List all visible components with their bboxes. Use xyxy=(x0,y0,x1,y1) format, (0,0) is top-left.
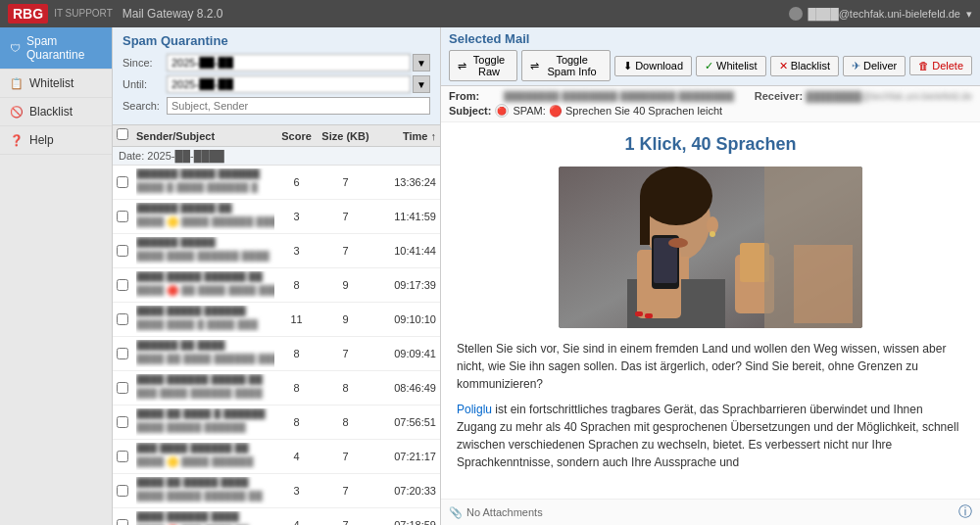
row-size: 8 xyxy=(318,416,372,428)
right-panel-header: Selected Mail ⇌ Toggle Raw ⇌ Toggle Spam… xyxy=(441,27,980,86)
table-row[interactable]: ████ █████ ██████ ██████ 🔴 ██ ████ ████ … xyxy=(113,268,440,303)
toggle-raw-button[interactable]: ⇌ Toggle Raw xyxy=(449,50,517,81)
since-input[interactable] xyxy=(167,54,411,72)
mail-headline: 1 Klick, 40 Sprachen xyxy=(457,134,964,155)
top-bar: RBG IT SUPPORT Mail Gateway 8.2.0 ████@t… xyxy=(0,0,980,27)
toggle-raw-icon: ⇌ xyxy=(458,60,466,72)
top-bar-right: ████@techfak.uni-bielefeld.de ▾ xyxy=(789,7,972,21)
paperclip-icon: 📎 xyxy=(449,506,463,519)
row-time: 08:46:49 xyxy=(372,382,436,394)
sidebar-item-help[interactable]: ❓ Help xyxy=(0,126,112,155)
toggle-spam-info-label: Toggle Spam Info xyxy=(542,54,602,77)
mail-footer: 📎 No Attachments ⓘ xyxy=(441,499,980,525)
mail-body-link[interactable]: Poliglu xyxy=(457,403,492,416)
until-input[interactable] xyxy=(167,75,411,93)
sidebar-item-whitelist[interactable]: 📋 Whitelist xyxy=(0,70,112,98)
row-checkbox[interactable] xyxy=(117,245,128,257)
help-icon: ❓ xyxy=(10,134,24,147)
row-checkbox[interactable] xyxy=(117,279,128,291)
dropdown-arrow-icon[interactable]: ▾ xyxy=(966,8,972,21)
blacklist-button[interactable]: ✕ Blacklist xyxy=(770,56,839,76)
header-sender: Sender/Subject xyxy=(136,130,274,142)
row-checkbox[interactable] xyxy=(117,382,128,394)
row-score: 8 xyxy=(274,348,318,359)
row-score: 3 xyxy=(274,211,318,222)
right-panel: Selected Mail ⇌ Toggle Raw ⇌ Toggle Spam… xyxy=(441,27,980,525)
row-score: 3 xyxy=(274,245,318,257)
sender-text: ████ ██████ █████ ██ xyxy=(136,374,263,385)
row-score: 3 xyxy=(274,485,318,497)
download-icon: ⬇ xyxy=(623,60,632,72)
row-score: 4 xyxy=(274,451,318,462)
footer-info-icon[interactable]: ⓘ xyxy=(958,503,972,521)
select-all-checkbox[interactable] xyxy=(117,128,128,140)
sidebar-item-spam-quarantine[interactable]: 🛡 Spam Quarantine xyxy=(0,27,112,70)
deliver-label: Deliver xyxy=(863,60,897,72)
subject-label: Subject: xyxy=(449,105,491,117)
table-row[interactable]: ███ ████ ██████ ██████ 🟡 ████ ██████ 4 7… xyxy=(113,440,440,474)
no-attachments: 📎 No Attachments xyxy=(449,506,543,519)
table-row[interactable]: ██████ █████████ ████ ██████ ████ 3 7 10… xyxy=(113,234,440,268)
subject-text: ████ █ ████ ██████ █ xyxy=(136,182,258,193)
sender-text: ██████ ██ ████ xyxy=(136,340,225,351)
delete-button[interactable]: 🗑 Delete xyxy=(909,56,972,75)
from-label: From: xyxy=(449,90,479,102)
svg-rect-18 xyxy=(794,245,853,323)
download-button[interactable]: ⬇ Download xyxy=(614,56,692,76)
row-time: 07:18:59 xyxy=(372,519,436,525)
table-row[interactable]: ████ ██████ ████████ 🔴 ███ ████ ██ 4 7 0… xyxy=(113,508,440,525)
table-row[interactable]: ████ █████ ██████████ ████ █ ████ ███ 11… xyxy=(113,303,440,337)
sidebar-item-label: Spam Quarantine xyxy=(26,34,102,62)
subject-text: ████ ████ █ ████ ███ xyxy=(136,319,258,330)
row-checkbox[interactable] xyxy=(117,519,128,525)
mail-image xyxy=(559,167,862,328)
table-row[interactable]: ████ ██████ █████ █████ ████ ██████ ████… xyxy=(113,371,440,406)
row-checkbox[interactable] xyxy=(117,313,128,325)
mail-body-text-1: Stellen Sie sich vor, Sie sind in einem … xyxy=(457,340,964,393)
until-calendar-btn[interactable]: ▼ xyxy=(413,75,430,93)
row-size: 7 xyxy=(318,176,372,188)
table-row[interactable]: ████ ██ ████ █ ██████████ █████ ██████ 8… xyxy=(113,406,440,440)
table-row[interactable]: ████ ██ █████ ████████ █████ ██████ ██ 3… xyxy=(113,474,440,508)
row-checkbox[interactable] xyxy=(117,211,128,222)
sidebar-item-label: Whitelist xyxy=(29,76,74,90)
svg-rect-15 xyxy=(635,311,643,316)
subject-text: ████ █████ ██████ ██ xyxy=(136,491,263,501)
row-size: 9 xyxy=(318,279,372,291)
table-row[interactable]: ██████ █████ ██████████ █ ████ ██████ █ … xyxy=(113,166,440,200)
blacklist-icon: 🚫 xyxy=(10,106,24,119)
since-calendar-btn[interactable]: ▼ xyxy=(413,54,430,72)
sender-text: ████ ██████ ████ xyxy=(136,511,239,522)
row-checkbox[interactable] xyxy=(117,416,128,428)
user-icon xyxy=(789,7,803,21)
row-checkbox[interactable] xyxy=(117,176,128,188)
header-checkbox-cell xyxy=(117,128,136,143)
toggle-spam-info-button[interactable]: ⇌ Toggle Spam Info xyxy=(521,50,611,81)
sidebar-item-blacklist[interactable]: 🚫 Blacklist xyxy=(0,98,112,126)
header-score: Score xyxy=(274,130,318,142)
sender-text: ██████ █████ ██ xyxy=(136,203,232,214)
row-size: 7 xyxy=(318,211,372,222)
subject-text: ████ 🔴 ██ ████ ████ ██████ xyxy=(136,285,274,296)
logo: RBG IT SUPPORT xyxy=(8,4,113,24)
sender-text: ███ ████ ██████ ██ xyxy=(136,443,249,453)
search-label: Search: xyxy=(122,100,167,112)
download-label: Download xyxy=(635,60,683,72)
receiver: Receiver: ████████@techfak.uni-bielefeld… xyxy=(755,90,972,102)
row-time: 07:21:17 xyxy=(372,451,436,462)
row-checkbox[interactable] xyxy=(117,348,128,359)
svg-point-12 xyxy=(668,238,688,248)
table-row[interactable]: ██████ █████ ██████ 🟡 ████ ██████ █████ … xyxy=(113,200,440,234)
whitelist-button[interactable]: ✓ Whitelist xyxy=(696,56,766,76)
header-time[interactable]: Time ↑ xyxy=(372,130,436,142)
table-row[interactable]: ██████ ██ ████████ ██ ████ ██████ ████ 8… xyxy=(113,337,440,371)
search-filter-row: Search: xyxy=(122,97,430,115)
svg-rect-4 xyxy=(640,196,650,245)
mail-body-text-2-rest: ist ein fortschrittliches tragbares Gerä… xyxy=(457,403,958,469)
mail-body-text-2: Poliglu ist ein fortschrittliches tragba… xyxy=(457,401,964,471)
row-checkbox[interactable] xyxy=(117,485,128,497)
deliver-button[interactable]: ✈ Deliver xyxy=(843,56,906,76)
row-checkbox[interactable] xyxy=(117,451,128,462)
search-input[interactable] xyxy=(167,97,430,115)
from-value: ████████ ████████ ████████ ████████ xyxy=(504,91,734,102)
